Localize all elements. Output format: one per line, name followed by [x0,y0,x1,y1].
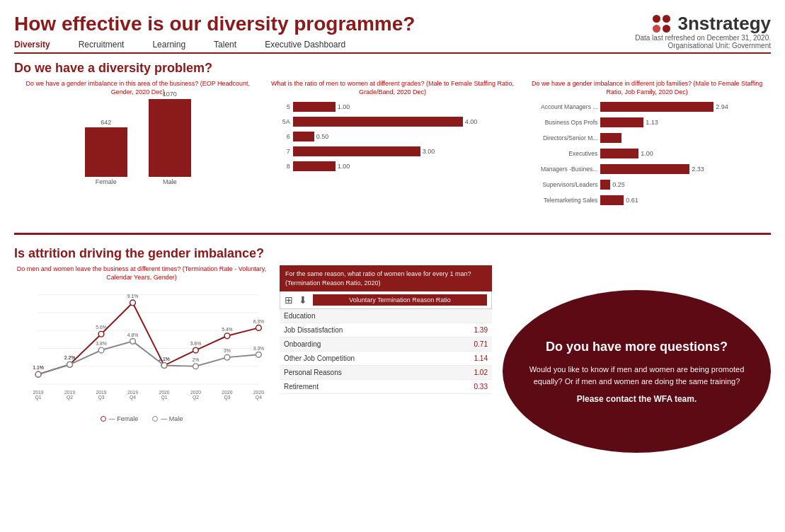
svg-text:2019: 2019 [64,390,75,395]
job-family-bar [600,102,714,112]
logo-dot-3 [653,25,660,33]
job-family-label: Telemarketing Sales [527,197,597,204]
svg-text:Q3: Q3 [224,395,230,401]
svg-point-48 [193,364,199,369]
table-col-header: Voluntary Termination Reason Ratio [313,294,487,306]
nav-item-talent[interactable]: Talent [214,40,236,52]
svg-point-28 [130,300,136,306]
job-family-value: 0.61 [626,197,638,204]
job-family-rbar-row: Supervisors/Leaders 0.25 [527,178,767,191]
female-bar [85,127,127,177]
nav-item-executive[interactable]: Executive Dashboard [265,40,345,52]
svg-text:2%: 2% [193,357,200,362]
male-bar-wrap: 1070 Male [149,91,191,185]
line-chart-panel: Do men and women leave the business at d… [14,265,269,470]
female-label: Female [96,178,117,185]
grade-bar [293,117,463,127]
svg-text:5.4%: 5.4% [222,327,233,332]
reason-cell: Personal Reasons [280,366,445,380]
job-family-bar [600,180,610,190]
svg-point-36 [256,325,262,331]
job-family-value: 2.33 [692,166,704,173]
svg-text:3.8%: 3.8% [190,342,202,347]
svg-point-26 [98,332,104,337]
job-family-rbar-row: Directors/Senior M... [527,132,767,144]
svg-text:Q2: Q2 [67,395,73,401]
grade-value: 1.00 [338,163,350,170]
svg-text:1.1%: 1.1% [33,366,44,371]
table-row: Onboarding0.71 [280,337,492,352]
legend-male-label: — Male [161,415,183,422]
nav-item-recruitment[interactable]: Recruitment [79,40,125,52]
line-chart-subtitle: Do men and women leave the business at d… [14,265,269,282]
grade-label: 5 [276,103,290,110]
svg-text:Q3: Q3 [98,395,104,401]
cta-contact: Please contact the WFA team. [577,394,697,404]
svg-point-50 [224,355,230,361]
job-family-subtitle: Do we have a gender imbalance in differe… [523,80,771,96]
svg-text:2.1%: 2.1% [159,357,170,362]
job-family-label: Directors/Senior M... [527,134,597,141]
female-bar-wrap: 642 Female [85,119,127,185]
gender-chart-subtitle: Do we have a gender imbalance in this ar… [14,80,262,96]
job-family-rbar: Account Managers ... 2.94 Business Ops P… [523,100,771,207]
cta-title: Do you have more questions? [546,339,728,355]
male-bar [149,99,191,177]
legend-female-label: — Female [109,415,139,422]
job-family-value: 0.25 [612,181,625,188]
nav-item-learning[interactable]: Learning [152,40,185,52]
job-family-bar [600,149,638,158]
termination-table: EducationJob Dissatisfaction1.39Onboardi… [280,309,492,394]
male-label: Male [163,178,177,185]
nav-bar: Diversity Recruitment Learning Talent Ex… [14,40,771,54]
grade-chart-subtitle: What is the ratio of men to women at dif… [269,80,517,96]
grade-bar [293,102,336,112]
logo-dot-1 [653,15,660,23]
toolbar-icon-download[interactable]: ⬇ [299,294,307,306]
svg-text:9.1%: 9.1% [127,294,139,299]
grade-value: 3.00 [423,148,435,155]
male-value: 1070 [163,91,177,98]
svg-text:Q1: Q1 [35,395,42,401]
cta-panel: Do you have more questions? Would you li… [503,290,771,453]
svg-text:2019: 2019 [127,390,138,395]
logo-dot-4 [663,25,670,33]
legend-female-dot [101,416,106,422]
job-family-rbar-row: Executives 1.00 [527,147,767,160]
grade-label: 7 [276,148,290,155]
job-family-value: 1.00 [641,150,653,157]
svg-text:3.3%: 3.3% [253,346,264,351]
grade-bar [293,146,420,156]
bottom-section: Do men and women leave the business at d… [0,265,785,470]
svg-point-44 [130,339,136,345]
nav-item-diversity[interactable]: Diversity [14,40,50,54]
nav-items: Diversity Recruitment Learning Talent Ex… [14,40,345,52]
svg-point-52 [256,352,262,358]
toolbar-icon-grid[interactable]: ⊞ [285,294,293,306]
job-family-label: Account Managers ... [527,103,597,110]
job-family-rbar-row: Telemarketing Sales 0.61 [527,194,767,207]
job-family-bar [600,133,621,143]
legend-male: — Male [152,415,183,422]
job-family-label: Business Ops Profs [527,119,597,126]
logo-text: 3nstrategy [678,13,772,35]
grade-value: 4.00 [465,118,478,125]
svg-text:4.8%: 4.8% [127,332,139,337]
grade-value: 1.00 [338,103,350,110]
table-row: Job Dissatisfaction1.39 [280,323,492,337]
page-title: How effective is our diversity programme… [14,13,415,35]
value-cell: 0.71 [445,337,492,352]
value-cell [445,309,492,323]
legend-male-dot [152,416,158,422]
table-row: Personal Reasons1.02 [280,366,492,380]
svg-text:6.3%: 6.3% [253,319,264,324]
svg-point-46 [161,363,167,369]
section-divider [14,233,771,235]
value-cell: 1.02 [445,366,492,380]
grade-hbar-row: 6 0.50 [276,130,510,143]
cta-body: Would you like to know if men and women … [524,364,750,387]
legend-female: — Female [101,415,139,422]
value-cell: 1.39 [445,323,492,337]
line-chart-svg: 2019Q12019Q22019Q32019Q42020Q12020Q22020… [14,284,269,412]
svg-point-34 [224,333,230,339]
